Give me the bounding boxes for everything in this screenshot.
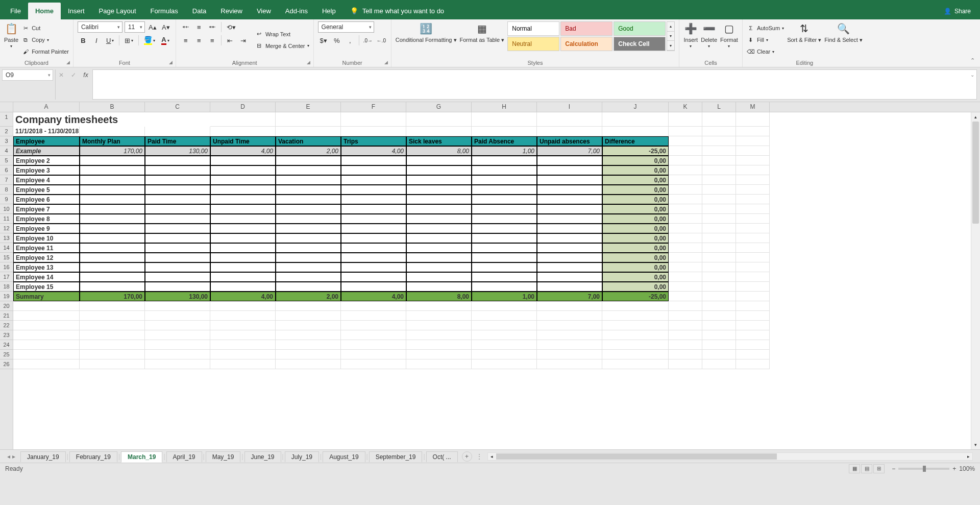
cell[interactable]	[341, 127, 406, 136]
align-bottom-button[interactable]: ⬵	[207, 21, 218, 33]
hscroll-thumb[interactable]	[496, 453, 777, 460]
cell[interactable]	[537, 262, 602, 272]
cell[interactable]: Employee 13	[13, 262, 80, 272]
cell[interactable]	[276, 340, 341, 350]
cell[interactable]	[210, 272, 276, 282]
italic-button[interactable]: I	[91, 35, 102, 46]
cell[interactable]	[736, 112, 770, 127]
cell[interactable]	[736, 301, 770, 311]
horizontal-scrollbar[interactable]: ◂ ▸	[487, 452, 973, 461]
cell[interactable]	[537, 204, 602, 214]
insert-cells-button[interactable]: ➕Insert▾	[683, 21, 698, 49]
cell[interactable]	[406, 214, 472, 224]
cell[interactable]: 11/1/2018 - 11/30/2018	[13, 127, 80, 136]
cell[interactable]	[669, 321, 702, 330]
increase-indent-button[interactable]: ⇥	[238, 35, 249, 46]
column-header[interactable]: D	[210, 102, 276, 112]
cell[interactable]	[669, 185, 702, 195]
style-cell-calculation[interactable]: Calculation	[560, 37, 612, 51]
cell[interactable]	[702, 253, 736, 262]
row-header[interactable]: 16	[0, 262, 13, 272]
cell[interactable]	[537, 175, 602, 185]
cell[interactable]	[276, 311, 341, 321]
cell[interactable]	[341, 165, 406, 175]
cell[interactable]: Unpaid absences	[537, 136, 602, 146]
cell[interactable]	[669, 272, 702, 282]
format-as-table-button[interactable]: ▦ Format as Table ▾	[460, 21, 505, 43]
cell[interactable]	[406, 224, 472, 233]
cell[interactable]	[341, 262, 406, 272]
cell[interactable]	[702, 195, 736, 204]
row-header[interactable]: 18	[0, 282, 13, 292]
cell[interactable]	[406, 350, 472, 359]
cell[interactable]	[702, 112, 736, 127]
cell[interactable]	[472, 165, 537, 175]
cell[interactable]	[145, 253, 210, 262]
cells-area[interactable]: Company timesheets11/1/2018 - 11/30/2018…	[13, 112, 980, 449]
cell[interactable]	[537, 359, 602, 369]
cell[interactable]	[276, 262, 341, 272]
menu-tab-review[interactable]: Review	[213, 3, 250, 19]
cell[interactable]	[406, 311, 472, 321]
fx-button[interactable]: fx	[80, 69, 91, 81]
cell[interactable]: Vacation	[276, 136, 341, 146]
cell[interactable]	[702, 146, 736, 156]
cell[interactable]: Employee 12	[13, 253, 80, 262]
cell[interactable]	[472, 301, 537, 311]
cell[interactable]	[702, 340, 736, 350]
cell[interactable]	[210, 340, 276, 350]
cell[interactable]	[276, 330, 341, 340]
percent-button[interactable]: %	[331, 35, 342, 46]
cell[interactable]	[80, 272, 145, 282]
cell[interactable]	[669, 262, 702, 272]
cell[interactable]: 130,00	[145, 292, 210, 301]
cell[interactable]	[472, 321, 537, 330]
cell[interactable]: -25,00	[602, 292, 669, 301]
cell[interactable]	[276, 112, 341, 127]
cell[interactable]: 0,00	[602, 253, 669, 262]
cell[interactable]: Employee 6	[13, 195, 80, 204]
cell[interactable]: 0,00	[602, 165, 669, 175]
tell-me[interactable]: 💡 Tell me what you want to do	[343, 3, 451, 19]
accounting-button[interactable]: $▾	[318, 35, 329, 46]
cell[interactable]	[210, 243, 276, 253]
cell[interactable]	[210, 224, 276, 233]
cell[interactable]	[702, 292, 736, 301]
cell[interactable]	[736, 165, 770, 175]
cell[interactable]	[669, 282, 702, 292]
formula-input[interactable]: ⌄	[92, 69, 977, 100]
cell[interactable]	[702, 311, 736, 321]
cell[interactable]	[341, 224, 406, 233]
cell[interactable]	[736, 136, 770, 146]
cell[interactable]	[736, 175, 770, 185]
cell[interactable]: Employee 9	[13, 224, 80, 233]
cell[interactable]	[537, 195, 602, 204]
cancel-formula-button[interactable]: ✕	[56, 69, 67, 81]
row-header[interactable]: 14	[0, 243, 13, 253]
cell[interactable]: 0,00	[602, 224, 669, 233]
sheet-tab[interactable]: August_19	[323, 451, 365, 462]
cell[interactable]	[669, 301, 702, 311]
cell[interactable]	[472, 272, 537, 282]
cell[interactable]	[210, 214, 276, 224]
format-painter-button[interactable]: 🖌Format Painter	[21, 46, 69, 57]
cell[interactable]	[406, 262, 472, 272]
cell[interactable]	[669, 292, 702, 301]
cell[interactable]	[736, 185, 770, 195]
cell[interactable]: Monthly Plan	[80, 136, 145, 146]
row-header[interactable]: 12	[0, 224, 13, 233]
autosum-button[interactable]: ΣAutoSum▾	[747, 23, 784, 33]
cell[interactable]: -25,00	[602, 146, 669, 156]
cell[interactable]: Employee 10	[13, 233, 80, 243]
cell[interactable]: 4,00	[341, 146, 406, 156]
cell[interactable]	[276, 185, 341, 195]
cell[interactable]: 8,00	[406, 292, 472, 301]
cell[interactable]	[341, 350, 406, 359]
column-header[interactable]: G	[406, 102, 472, 112]
cell[interactable]: 7,00	[537, 292, 602, 301]
cell[interactable]	[472, 233, 537, 243]
copy-button[interactable]: ⧉Copy▾	[21, 35, 69, 45]
sheet-tab[interactable]: Oct( ...	[426, 451, 458, 462]
cell[interactable]	[210, 204, 276, 214]
cell[interactable]	[145, 165, 210, 175]
